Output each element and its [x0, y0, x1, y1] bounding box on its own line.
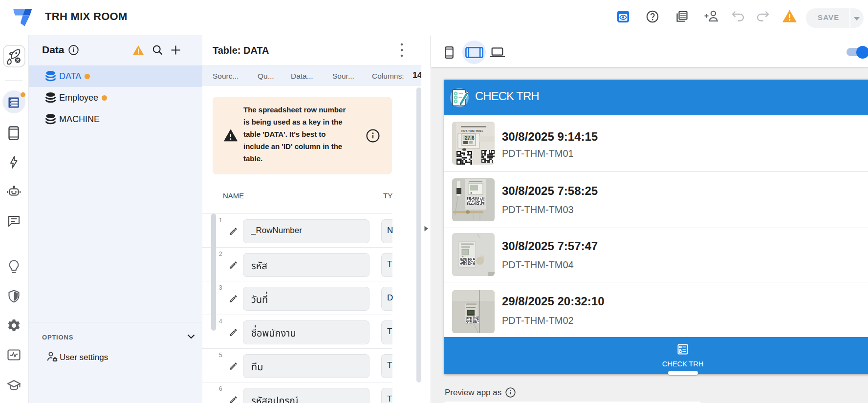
svg-text:27.6: 27.6 [465, 135, 475, 141]
svg-text:PDT-THM-TM01: PDT-THM-TM01 [461, 129, 483, 132]
